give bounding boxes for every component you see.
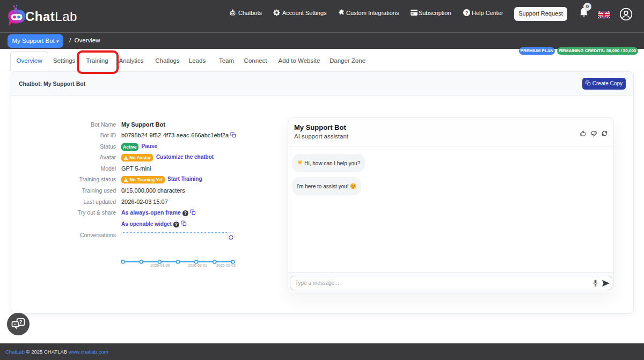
svg-text:?: ?	[465, 10, 468, 16]
svg-text:2026-02-01: 2026-02-01	[188, 263, 207, 267]
svg-text:2026-02-03: 2026-02-03	[216, 263, 236, 267]
svg-text:2026-01-30: 2026-01-30	[151, 263, 170, 267]
